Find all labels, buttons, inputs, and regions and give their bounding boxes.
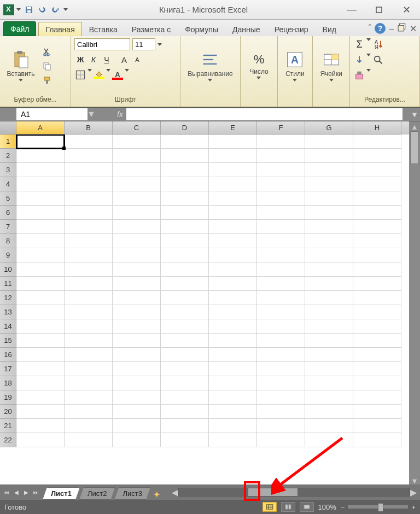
fx-icon[interactable]: fx	[117, 110, 126, 119]
cell[interactable]	[16, 405, 65, 419]
cell[interactable]	[16, 163, 65, 177]
cell[interactable]	[161, 433, 209, 447]
cell[interactable]	[113, 319, 161, 334]
cell[interactable]	[353, 206, 401, 220]
cell[interactable]	[353, 433, 401, 447]
cell[interactable]	[161, 248, 209, 262]
cell[interactable]	[257, 319, 305, 334]
cell[interactable]	[16, 433, 65, 447]
cell[interactable]	[353, 234, 401, 248]
help-icon[interactable]: ?	[375, 23, 386, 34]
formula-expand-icon[interactable]: ▾	[412, 109, 420, 120]
row-header[interactable]: 19	[0, 390, 16, 405]
cell[interactable]	[257, 277, 305, 291]
clear-icon[interactable]	[353, 69, 365, 81]
cell[interactable]	[209, 248, 257, 262]
cell[interactable]	[257, 149, 305, 163]
cell[interactable]	[353, 348, 401, 362]
underline-button[interactable]: Ч	[101, 54, 113, 66]
row-header[interactable]: 6	[0, 206, 16, 220]
cell[interactable]	[113, 334, 161, 348]
cell[interactable]	[305, 419, 353, 433]
cell[interactable]	[305, 220, 353, 234]
row-header[interactable]: 5	[0, 191, 16, 206]
tab-formulas[interactable]: Формулы	[178, 22, 225, 36]
name-box[interactable]: A1	[16, 108, 88, 120]
cell[interactable]	[209, 334, 257, 348]
cell[interactable]	[209, 163, 257, 177]
cell[interactable]	[305, 177, 353, 191]
cell[interactable]	[113, 291, 161, 305]
cell[interactable]	[161, 220, 209, 234]
cell[interactable]	[65, 291, 113, 305]
font-color-icon[interactable]: A	[112, 69, 124, 81]
cell[interactable]	[257, 405, 305, 419]
cell[interactable]	[257, 362, 305, 376]
row-header[interactable]: 12	[0, 291, 16, 305]
cell[interactable]	[65, 191, 113, 206]
cell[interactable]	[305, 234, 353, 248]
cell[interactable]	[257, 262, 305, 277]
cell[interactable]	[16, 177, 65, 191]
cell[interactable]	[65, 348, 113, 362]
cell[interactable]	[113, 220, 161, 234]
cell[interactable]	[65, 135, 113, 149]
cell[interactable]	[161, 405, 209, 419]
cell[interactable]	[209, 305, 257, 319]
cell[interactable]	[65, 405, 113, 419]
row-header[interactable]: 17	[0, 362, 16, 376]
cell[interactable]	[353, 305, 401, 319]
cell[interactable]	[209, 234, 257, 248]
col-header-H[interactable]: H	[353, 121, 401, 135]
cell[interactable]	[257, 177, 305, 191]
cell[interactable]	[65, 177, 113, 191]
cell[interactable]	[65, 419, 113, 433]
find-icon[interactable]	[372, 54, 384, 66]
row-header[interactable]: 15	[0, 334, 16, 348]
row-header[interactable]: 11	[0, 277, 16, 291]
row-header[interactable]: 9	[0, 248, 16, 262]
cell[interactable]	[257, 220, 305, 234]
cell[interactable]	[305, 149, 353, 163]
view-pagebreak-icon[interactable]	[300, 502, 314, 512]
italic-button[interactable]: К	[88, 54, 100, 66]
cell[interactable]	[113, 348, 161, 362]
row-header[interactable]: 13	[0, 305, 16, 319]
cell[interactable]	[305, 163, 353, 177]
sheet-tab-2[interactable]: Лист2	[79, 487, 115, 500]
cell[interactable]	[113, 305, 161, 319]
cell[interactable]	[257, 334, 305, 348]
cell[interactable]	[353, 334, 401, 348]
sort-filter-icon[interactable]: AЯ	[372, 38, 384, 50]
qat-app-dropdown[interactable]	[15, 4, 22, 16]
cell[interactable]	[209, 149, 257, 163]
cell[interactable]	[209, 419, 257, 433]
cell[interactable]	[113, 163, 161, 177]
cell[interactable]	[65, 362, 113, 376]
cell[interactable]	[209, 319, 257, 334]
view-normal-icon[interactable]	[262, 502, 277, 512]
cell[interactable]	[209, 291, 257, 305]
minimize-ribbon-icon[interactable]: ˆ	[369, 24, 371, 33]
hscroll-right[interactable]: ▶	[410, 487, 417, 498]
cell[interactable]	[113, 234, 161, 248]
cell[interactable]	[305, 319, 353, 334]
styles-button[interactable]: A Стили	[285, 43, 305, 89]
select-all-button[interactable]	[0, 121, 16, 135]
tab-view[interactable]: Вид	[316, 22, 343, 36]
cell[interactable]	[16, 220, 65, 234]
cell[interactable]	[305, 135, 353, 149]
cell[interactable]	[161, 319, 209, 334]
cell[interactable]	[16, 348, 65, 362]
row-header[interactable]: 21	[0, 419, 16, 433]
grow-font-icon[interactable]: A	[118, 54, 130, 66]
cell[interactable]	[353, 149, 401, 163]
autosum-icon[interactable]: Σ	[353, 38, 365, 50]
cell[interactable]	[161, 206, 209, 220]
cell[interactable]	[16, 362, 65, 376]
cell[interactable]	[353, 405, 401, 419]
col-header-G[interactable]: G	[305, 121, 353, 135]
cell[interactable]	[353, 362, 401, 376]
alignment-button[interactable]: Выравнивание	[188, 43, 233, 89]
cell[interactable]	[65, 220, 113, 234]
